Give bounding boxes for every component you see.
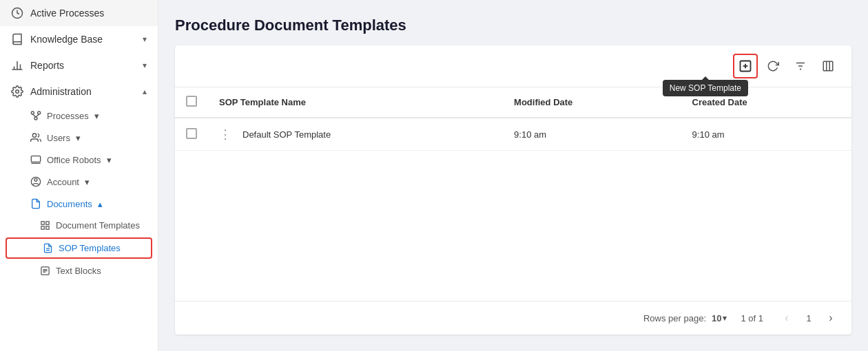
sidebar-item-office-robots-label: Office Robots xyxy=(47,155,101,165)
main-content: Procedure Document Templates New SOP Tem… xyxy=(158,0,868,351)
next-page-button[interactable]: › xyxy=(821,308,840,328)
col-header-name: SOP Template Name xyxy=(208,87,503,118)
people-icon xyxy=(30,132,41,143)
sidebar-item-administration-label: Administration xyxy=(30,86,136,97)
laptop-icon xyxy=(30,154,41,165)
row-created: 9:10 am xyxy=(681,118,851,151)
sidebar-item-text-blocks-label: Text Blocks xyxy=(56,266,101,276)
row-checkbox[interactable] xyxy=(186,128,197,139)
pagination: Rows per page: 10 ▾ 1 of 1 ‹ 1 › xyxy=(175,301,851,334)
sidebar-item-text-blocks[interactable]: Text Blocks xyxy=(0,260,158,281)
chevron-down-icon: ▾ xyxy=(94,111,99,121)
current-page: 1 xyxy=(799,308,818,328)
pagination-nav: ‹ 1 › xyxy=(777,308,840,328)
sidebar-item-sop-templates-label: SOP Templates xyxy=(59,243,121,253)
chevron-up-icon: ▴ xyxy=(98,199,103,209)
chevron-down-icon: ▾ xyxy=(107,155,112,165)
book-icon xyxy=(11,33,23,45)
sidebar-item-documents[interactable]: Documents ▴ xyxy=(0,193,158,215)
header-checkbox-cell[interactable] xyxy=(175,87,208,118)
sidebar-item-active-processes-label: Active Processes xyxy=(30,8,147,19)
sidebar-item-reports-label: Reports xyxy=(30,60,136,71)
bar-chart-icon xyxy=(11,59,23,72)
toolbar: New SOP Template xyxy=(175,45,851,87)
doc-lines-icon xyxy=(43,243,53,253)
prev-page-button[interactable]: ‹ xyxy=(777,308,796,328)
col-header-modified: Modified Date xyxy=(503,87,681,118)
sidebar-item-processes-label: Processes xyxy=(47,111,89,121)
chevron-down-icon: ▾ xyxy=(143,34,147,44)
svg-line-9 xyxy=(32,114,36,117)
columns-button[interactable] xyxy=(816,54,840,78)
new-sop-tooltip: New SOP Template xyxy=(663,80,748,96)
doc-icon xyxy=(30,198,41,209)
svg-point-7 xyxy=(38,111,41,114)
sidebar-item-active-processes[interactable]: Active Processes xyxy=(0,0,158,26)
rows-per-page-select[interactable]: 10 ▾ xyxy=(712,313,727,323)
svg-point-5 xyxy=(16,90,19,94)
sidebar-item-account-label: Account xyxy=(47,177,79,187)
svg-line-10 xyxy=(36,114,39,117)
page-info: 1 of 1 xyxy=(741,313,763,323)
chevron-down-icon: ▾ xyxy=(85,177,90,187)
chevron-down-icon: ▾ xyxy=(723,314,727,323)
chevron-down-icon: ▾ xyxy=(76,133,81,143)
sidebar-item-document-templates-label: Document Templates xyxy=(56,220,140,231)
chevron-up-icon: ▴ xyxy=(143,87,147,96)
row-actions-dots[interactable]: ⋮ xyxy=(219,127,231,142)
svg-point-8 xyxy=(34,117,37,120)
sidebar-item-account[interactable]: Account ▾ xyxy=(0,171,158,193)
svg-rect-19 xyxy=(46,226,49,229)
svg-rect-16 xyxy=(41,222,44,224)
new-sop-button[interactable] xyxy=(733,54,758,78)
sidebar-item-reports[interactable]: Reports ▾ xyxy=(0,52,158,78)
table-wrap: SOP Template Name Modified Date Created … xyxy=(175,87,851,301)
sidebar-item-document-templates[interactable]: Document Templates xyxy=(0,215,158,236)
gear-icon xyxy=(11,85,23,98)
grid-text-icon xyxy=(40,266,50,276)
sidebar-item-office-robots[interactable]: Office Robots ▾ xyxy=(0,149,158,171)
row-modified: 9:10 am xyxy=(503,118,681,151)
page-title: Procedure Document Templates xyxy=(175,17,851,34)
sidebar-item-users-label: Users xyxy=(47,133,70,143)
svg-rect-12 xyxy=(31,156,40,162)
content-card: New SOP Template xyxy=(175,45,851,334)
timer-icon xyxy=(11,7,23,19)
svg-rect-32 xyxy=(823,61,833,71)
svg-point-15 xyxy=(34,178,37,181)
sop-table: SOP Template Name Modified Date Created … xyxy=(175,87,851,151)
flow-icon xyxy=(30,110,41,121)
select-all-checkbox[interactable] xyxy=(186,96,197,107)
refresh-button[interactable] xyxy=(761,54,785,78)
sidebar: Active Processes Knowledge Base ▾ Report… xyxy=(0,0,158,351)
rows-per-page-label: Rows per page: xyxy=(643,313,706,323)
svg-point-11 xyxy=(32,134,36,137)
sidebar-item-knowledge-base[interactable]: Knowledge Base ▾ xyxy=(0,26,158,52)
sidebar-item-knowledge-base-label: Knowledge Base xyxy=(30,34,136,45)
sidebar-item-sop-templates[interactable]: SOP Templates xyxy=(6,237,152,259)
sidebar-item-administration[interactable]: Administration ▴ xyxy=(0,78,158,105)
table-row: ⋮ Default SOP Template 9:10 am 9:10 am xyxy=(175,118,851,151)
sidebar-item-processes[interactable]: Processes ▾ xyxy=(0,105,158,127)
person-circle-icon xyxy=(30,176,41,187)
row-name: Default SOP Template xyxy=(242,129,331,140)
row-checkbox-cell[interactable] xyxy=(175,118,208,151)
sidebar-item-documents-label: Documents xyxy=(47,199,92,209)
chevron-down-icon: ▾ xyxy=(143,61,147,70)
svg-rect-17 xyxy=(46,222,49,224)
row-dots-cell: ⋮ Default SOP Template xyxy=(208,118,503,151)
sidebar-item-users[interactable]: Users ▾ xyxy=(0,127,158,149)
doc-grid-icon xyxy=(40,220,50,231)
filter-button[interactable] xyxy=(788,54,813,78)
svg-point-6 xyxy=(31,111,34,114)
svg-rect-18 xyxy=(41,226,44,229)
